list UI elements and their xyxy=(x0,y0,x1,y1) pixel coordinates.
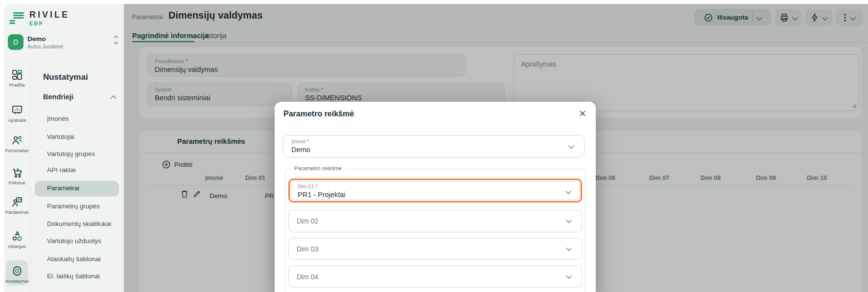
dim04-label: Dim 04 xyxy=(297,273,318,281)
sidebar: RIVILE ERP D Demo Aušra Juodienė xyxy=(4,4,124,292)
imone-label: Įmonė xyxy=(291,138,305,144)
cart-icon xyxy=(11,167,23,179)
dim01-select[interactable]: Dim 01 * PR1 - Projektai xyxy=(291,181,580,200)
people-icon xyxy=(11,135,23,146)
dashboard-icon xyxy=(11,69,23,81)
modal-title: Parametro reikšmė xyxy=(283,110,354,118)
dim01-select-highlight: Dim 01 * PR1 - Projektai xyxy=(288,179,582,202)
chevron-down-icon xyxy=(566,217,571,223)
sidebar-item-parametru-grupes[interactable]: Parametrų grupės xyxy=(47,202,100,210)
rail-item-label: Nustatymai xyxy=(4,278,30,284)
rail-item-personalas[interactable]: Personalas xyxy=(4,135,30,153)
required-mark: * xyxy=(315,183,317,189)
parametro-reiksme-group: Parametro reikšmė Dim 01 * PR1 - Projekt… xyxy=(285,169,586,292)
rail-item-pardavimai[interactable]: Pardavimai xyxy=(4,196,30,215)
rail-item-atsargos[interactable]: Atsargos xyxy=(4,230,30,249)
chevron-up-icon[interactable] xyxy=(111,95,116,101)
app-screen: RIVILE ERP D Demo Aušra Juodienė xyxy=(0,0,868,292)
rail-item-label: Personalas xyxy=(4,148,30,153)
sidebar-item-vartotoju-grupes[interactable]: Vartotojų grupės xyxy=(47,150,95,157)
rail-item-nustatymai[interactable]: Nustatymai xyxy=(4,265,30,284)
rail-item-apskaita[interactable]: Apskaita xyxy=(4,104,30,123)
dim01-value: PR1 - Projektai xyxy=(298,191,573,199)
sidebar-item-ataskaitu-sablonai[interactable]: Ataskaitų šablonai xyxy=(47,255,101,263)
close-icon[interactable] xyxy=(579,110,586,117)
content-area: Parametrai Dimensijų valdymas Pagrindinė… xyxy=(124,4,868,292)
parameter-value-modal: Parametro reikšmė Įmonė * Demo Parametro… xyxy=(275,102,596,292)
menu-group-bendrieji[interactable]: Bendrieji xyxy=(43,93,73,101)
board-chart-icon xyxy=(11,104,23,116)
rivile-logo-icon xyxy=(9,11,24,26)
menu-title: Nustatymai xyxy=(43,72,88,82)
sidebar-item-parametrai[interactable]: Parametrai xyxy=(47,184,79,192)
dim02-select[interactable]: Dim 02 xyxy=(288,210,582,232)
sidebar-menu: Nustatymai Bendrieji Įmonės Vartotojai V… xyxy=(30,4,124,292)
rail-item-label: Apskaita xyxy=(4,117,30,123)
group-legend: Parametro reikšmė xyxy=(291,165,345,171)
dim01-label: Dim 01 xyxy=(298,183,314,189)
avatar: D xyxy=(8,34,23,50)
dim03-select[interactable]: Dim 03 xyxy=(288,238,582,260)
sidebar-item-dokumentu-skaitliukai[interactable]: Dokumentų skaitliukai xyxy=(47,220,111,227)
dim04-select[interactable]: Dim 04 xyxy=(288,266,582,288)
person-chart-icon xyxy=(11,196,23,208)
sidebar-item-vartotojai[interactable]: Vartotojai xyxy=(47,133,74,140)
dim02-label: Dim 02 xyxy=(297,217,318,225)
sidebar-item-api-raktai[interactable]: API raktai xyxy=(47,166,76,174)
dim03-label: Dim 03 xyxy=(297,245,318,253)
required-mark: * xyxy=(307,138,309,144)
chevron-down-icon xyxy=(566,245,571,250)
rail-item-label: Pradžia xyxy=(4,82,30,88)
sidebar-item-el-laisku-sablonai[interactable]: El. laiškų šablonai xyxy=(47,272,100,280)
rail-item-label: Atsargos xyxy=(4,244,30,249)
imone-value: Demo xyxy=(291,146,576,154)
rail-item-pirkimai[interactable]: Pirkimai xyxy=(4,167,30,185)
sidebar-item-imones[interactable]: Įmonės xyxy=(47,115,69,122)
rail-item-label: Pardavimai xyxy=(4,209,30,215)
sidebar-item-vartotojo-uzduotys[interactable]: Vartotojo užduotys xyxy=(47,237,101,245)
imone-select[interactable]: Įmonė * Demo xyxy=(283,135,585,157)
shapes-icon xyxy=(11,230,23,242)
rail-item-label: Pirkimai xyxy=(4,180,30,185)
gear-icon xyxy=(11,265,23,277)
chevron-down-icon xyxy=(566,273,571,278)
rail-item-pradzia[interactable]: Pradžia xyxy=(4,69,30,88)
